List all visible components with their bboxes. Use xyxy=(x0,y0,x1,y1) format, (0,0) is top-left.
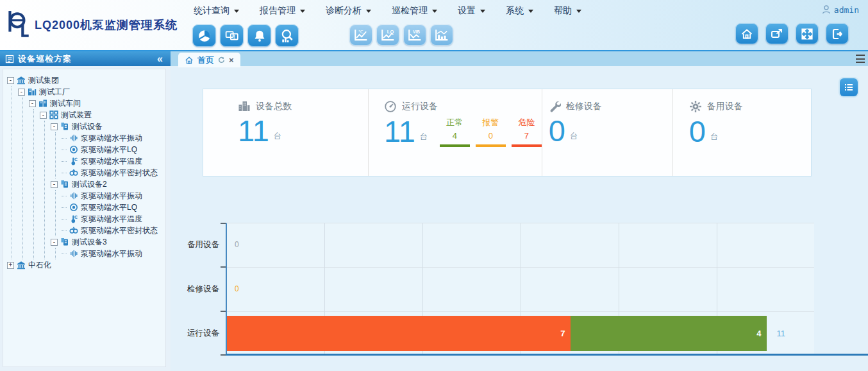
axis-tick xyxy=(221,354,226,356)
open-window-button[interactable] xyxy=(765,23,789,44)
histogram-button[interactable] xyxy=(430,24,453,46)
legend-toggle-button[interactable] xyxy=(840,78,858,96)
collapse-expander-icon[interactable] xyxy=(29,100,36,107)
card-unit: 台 xyxy=(274,131,281,146)
tree-item-measure-vibration[interactable]: 泵驱动端水平振动 xyxy=(62,132,163,144)
tree-item-measure-lq[interactable]: 泵驱动端水平LQ xyxy=(62,202,163,213)
card-title: 备用设备 xyxy=(707,101,743,112)
workshop-icon xyxy=(38,99,47,108)
tree-item-sinopec[interactable]: 中石化 xyxy=(7,259,163,271)
vibration-icon xyxy=(69,249,78,258)
tree-label: 测试装置 xyxy=(61,110,92,121)
tree-item-factory[interactable]: 测试工厂 xyxy=(18,86,163,98)
tree-item-device3[interactable]: 测试设备3 xyxy=(51,236,163,248)
breakdown-danger: 危险 7 xyxy=(512,117,542,147)
tree-item-measure-lq[interactable]: 泵驱动端水平LQ xyxy=(62,144,163,155)
menu-system[interactable]: 系统 xyxy=(506,5,533,17)
tree-item-measure-temperature[interactable]: 泵驱动端水平温度 xyxy=(62,155,163,167)
collapse-expander-icon[interactable] xyxy=(18,89,25,96)
logout-button[interactable] xyxy=(826,23,849,44)
menu-help[interactable]: 帮助 xyxy=(554,5,581,17)
logout-icon xyxy=(831,28,844,40)
tree-item-measure-vibration[interactable]: 泵驱动端水平振动 xyxy=(62,248,163,259)
svg-text:!: ! xyxy=(233,33,235,39)
toolbar-right xyxy=(735,23,849,44)
search-stat-button[interactable] xyxy=(275,24,299,47)
search-stats-icon xyxy=(280,29,294,43)
tree-item-group[interactable]: 测试集团 xyxy=(7,74,163,86)
device-icon xyxy=(60,122,69,131)
organization-icon xyxy=(17,261,26,270)
alarm-button[interactable] xyxy=(247,24,271,47)
tree-item-workshop[interactable]: 测试车间 xyxy=(29,98,163,109)
pie-stat-button[interactable] xyxy=(192,24,216,47)
tree-connector xyxy=(62,254,67,254)
card-maintenance-devices: 检修设备 0 台 xyxy=(542,89,672,176)
chart-x-axis xyxy=(226,354,868,356)
chart-category-label: 备用设备 xyxy=(179,223,219,267)
tab-close-icon[interactable]: × xyxy=(229,56,234,64)
main-menu: 统计查询 报告管理 诊断分析 巡检管理 设置 系统 帮助 xyxy=(194,0,581,22)
tree-item-device[interactable]: 测试设备 xyxy=(51,121,163,132)
tree-item-unit[interactable]: 测试装置 xyxy=(40,109,163,121)
chevron-down-icon xyxy=(528,10,533,13)
menu-inspection[interactable]: 巡检管理 xyxy=(392,5,437,17)
collapse-expander-icon[interactable] xyxy=(40,112,47,119)
monitor-alarm-button[interactable]: ! xyxy=(220,24,244,47)
alarm-bar xyxy=(476,144,506,147)
tab-list-menu-icon[interactable] xyxy=(856,55,865,63)
seal-status-icon xyxy=(69,168,78,177)
home-button[interactable] xyxy=(735,23,758,44)
tree-item-measure-seal[interactable]: 泵驱动端水平密封状态 xyxy=(62,167,163,178)
tab-strip: 首页 × xyxy=(171,50,868,66)
collapse-expander-icon[interactable] xyxy=(51,239,58,246)
gauge-icon xyxy=(384,100,397,113)
menu-report[interactable]: 报告管理 xyxy=(260,5,305,17)
card-title: 检修设备 xyxy=(566,101,602,112)
expand-expander-icon[interactable] xyxy=(7,262,14,269)
toolbar-left: ! xyxy=(192,24,299,47)
tree-item-device2[interactable]: 测试设备2 xyxy=(51,178,163,190)
temp-trend-button[interactable]: ℃ xyxy=(349,24,372,46)
app-logo: LQ2000机泵监测管理系统 xyxy=(6,10,178,40)
menu-diagnosis[interactable]: 诊断分析 xyxy=(326,5,371,17)
collapse-expander-icon[interactable] xyxy=(51,123,58,130)
tree-item-measure-temperature[interactable]: 泵驱动端水平温度 xyxy=(62,213,163,225)
bar-segment-danger: 7 xyxy=(227,316,571,351)
card-value: 11 xyxy=(384,116,415,147)
histogram-icon xyxy=(434,28,449,42)
menu-stat-query[interactable]: 统计查询 xyxy=(194,5,239,17)
tree-label: 测试设备3 xyxy=(72,237,107,248)
fullscreen-button[interactable] xyxy=(796,23,819,44)
bar-total-label: 11 xyxy=(777,329,786,338)
tree-label: 泵驱动端水平温度 xyxy=(81,156,142,167)
vib-trend-icon: VIB xyxy=(407,28,422,42)
bell-icon xyxy=(253,30,266,42)
card-title: 设备总数 xyxy=(256,101,292,112)
card-total-devices: 设备总数 11 台 xyxy=(203,89,368,176)
user-menu[interactable]: admin xyxy=(821,4,859,15)
tab-home-label: 首页 xyxy=(197,55,214,66)
vib-trend-button[interactable]: VIB xyxy=(403,24,426,46)
username: admin xyxy=(834,5,859,15)
card-standby-devices: 备用设备 0 台 xyxy=(672,89,829,176)
tab-home[interactable]: 首页 × xyxy=(178,53,240,67)
chart-category-label: 检修设备 xyxy=(179,267,219,311)
svg-text:LQ: LQ xyxy=(387,29,394,35)
app-title: LQ2000机泵监测管理系统 xyxy=(35,17,178,33)
home-icon xyxy=(185,56,194,65)
expand-arrows-icon xyxy=(801,28,814,40)
lq-trend-icon: LQ xyxy=(380,28,396,42)
chevron-down-icon xyxy=(576,10,581,13)
tree-item-measure-vibration[interactable]: 泵驱动端水平振动 xyxy=(62,190,163,202)
lq-trend-button[interactable]: LQ xyxy=(376,24,399,46)
card-running-devices: 运行设备 11 台 正常 4 报警 0 危险 7 xyxy=(368,89,542,176)
collapse-expander-icon[interactable] xyxy=(7,77,14,84)
device-icon xyxy=(60,237,69,246)
refresh-icon[interactable] xyxy=(218,56,225,64)
menu-settings[interactable]: 设置 xyxy=(458,5,485,17)
tree-item-measure-seal[interactable]: 泵驱动端水平密封状态 xyxy=(62,225,163,236)
sidebar-collapse-button[interactable]: « xyxy=(157,53,165,65)
collapse-expander-icon[interactable] xyxy=(51,181,58,188)
device-status-chart: 备用设备 检修设备 运行设备 0 0 7 4 11 xyxy=(179,223,868,358)
